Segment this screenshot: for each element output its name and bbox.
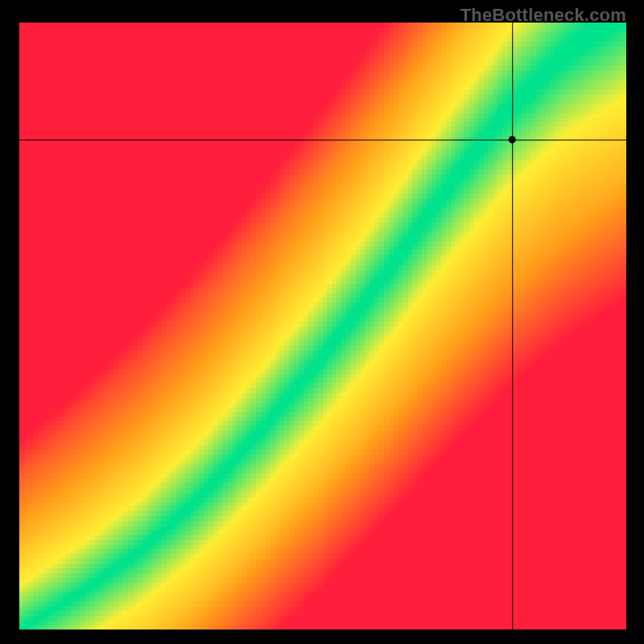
watermark-text: TheBottleneck.com (460, 5, 626, 26)
bottleneck-heatmap (19, 23, 626, 630)
chart-container: TheBottleneck.com (0, 0, 644, 644)
